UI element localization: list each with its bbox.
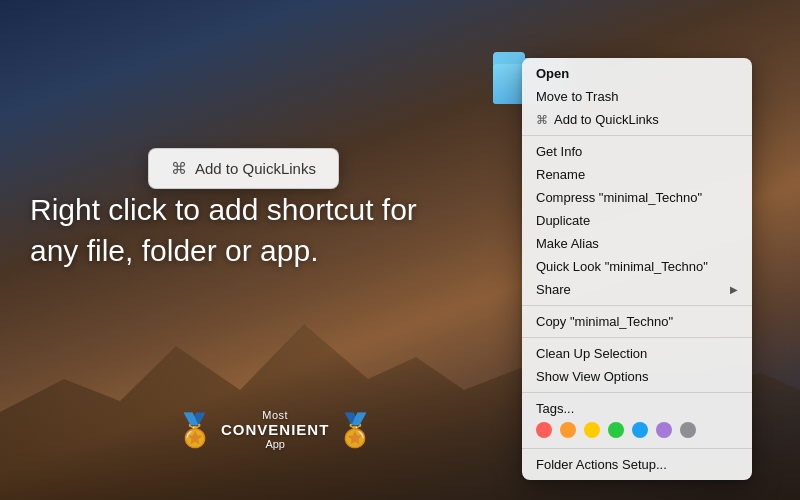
tag-dot-blue[interactable]	[632, 422, 648, 438]
quicklinks-button[interactable]: ⌘ Add to QuickLinks	[148, 148, 339, 189]
tag-dots-row	[536, 422, 738, 438]
menu-make-alias-label: Make Alias	[536, 236, 599, 251]
tags-section: Tags...	[522, 397, 752, 444]
context-menu: Open Move to Trash ⌘ Add to QuickLinks G…	[522, 58, 752, 480]
separator-1	[522, 135, 752, 136]
menu-item-share[interactable]: Share ▶	[522, 278, 752, 301]
tag-dot-yellow[interactable]	[584, 422, 600, 438]
separator-4	[522, 392, 752, 393]
menu-copy-label: Copy "minimal_Techno"	[536, 314, 673, 329]
menu-item-quick-look[interactable]: Quick Look "minimal_Techno"	[522, 255, 752, 278]
menu-item-make-alias[interactable]: Make Alias	[522, 232, 752, 255]
award-convenient: CONVENIENT	[221, 421, 329, 438]
menu-duplicate-label: Duplicate	[536, 213, 590, 228]
award-badge: 🏅 Most CONVENIENT App 🏅	[175, 409, 375, 450]
menu-item-copy[interactable]: Copy "minimal_Techno"	[522, 310, 752, 333]
laurel-right: 🏅	[335, 414, 375, 446]
menu-folder-actions-label: Folder Actions Setup...	[536, 457, 667, 472]
tags-label[interactable]: Tags...	[536, 401, 738, 416]
menu-item-rename[interactable]: Rename	[522, 163, 752, 186]
separator-2	[522, 305, 752, 306]
menu-item-get-info[interactable]: Get Info	[522, 140, 752, 163]
menu-quick-look-label: Quick Look "minimal_Techno"	[536, 259, 708, 274]
tag-dot-green[interactable]	[608, 422, 624, 438]
menu-item-duplicate[interactable]: Duplicate	[522, 209, 752, 232]
menu-item-compress[interactable]: Compress "minimal_Techno"	[522, 186, 752, 209]
menu-share-label: Share	[536, 282, 571, 297]
menu-move-to-trash-label: Move to Trash	[536, 89, 618, 104]
menu-open-label: Open	[536, 66, 569, 81]
menu-clean-up-label: Clean Up Selection	[536, 346, 647, 361]
menu-item-show-view-options[interactable]: Show View Options	[522, 365, 752, 388]
folder-tab	[493, 52, 525, 64]
award-most: Most	[262, 409, 288, 421]
headline-line1: Right click to add shortcut for	[30, 193, 417, 226]
laurel-left: 🏅	[175, 414, 215, 446]
headline: Right click to add shortcut for any file…	[30, 190, 450, 271]
menu-item-add-quicklinks[interactable]: ⌘ Add to QuickLinks	[522, 108, 752, 131]
tag-dot-purple[interactable]	[656, 422, 672, 438]
menu-show-view-options-label: Show View Options	[536, 369, 649, 384]
tag-dot-gray[interactable]	[680, 422, 696, 438]
share-arrow: ▶	[730, 284, 738, 295]
headline-line2: any file, folder or app.	[30, 234, 319, 267]
menu-quicklinks-label: Add to QuickLinks	[554, 112, 659, 127]
cmd-icon: ⌘	[171, 159, 187, 178]
menu-rename-label: Rename	[536, 167, 585, 182]
tag-dot-orange[interactable]	[560, 422, 576, 438]
menu-item-folder-actions[interactable]: Folder Actions Setup...	[522, 453, 752, 476]
menu-item-clean-up[interactable]: Clean Up Selection	[522, 342, 752, 365]
quicklinks-cmd-symbol: ⌘	[536, 113, 548, 127]
quicklinks-label: Add to QuickLinks	[195, 160, 316, 177]
award-app: App	[265, 438, 285, 450]
tag-dot-red[interactable]	[536, 422, 552, 438]
menu-item-open[interactable]: Open	[522, 62, 752, 85]
menu-item-move-to-trash[interactable]: Move to Trash	[522, 85, 752, 108]
menu-compress-label: Compress "minimal_Techno"	[536, 190, 702, 205]
separator-5	[522, 448, 752, 449]
separator-3	[522, 337, 752, 338]
menu-get-info-label: Get Info	[536, 144, 582, 159]
